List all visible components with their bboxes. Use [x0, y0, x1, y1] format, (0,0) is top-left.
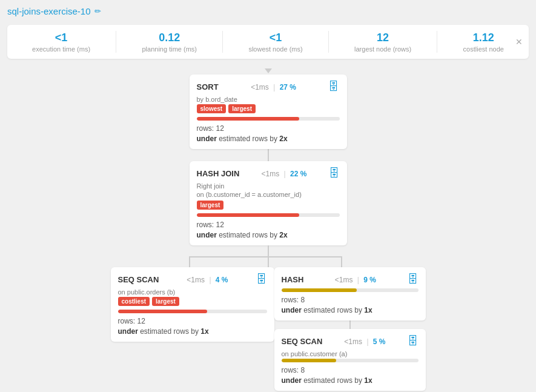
seq-scan2-separator: | — [366, 337, 368, 346]
hash-join-progress-container — [197, 213, 340, 217]
hash-title: HASH — [282, 275, 304, 284]
hash-node-container: HASH <1ms | 9 % 🗄 rows: 8 — [274, 267, 426, 321]
seq-scan-subtitle: on public.orders (b) — [118, 288, 267, 296]
stat-divider-4 — [437, 31, 437, 53]
seq-scan-under: under estimated rows by 1x — [118, 327, 267, 336]
seq-scan-estimated-text: estimated rows by — [140, 327, 199, 336]
seq-scan-timing: <1ms | 4 % — [187, 276, 228, 284]
stat-slowest-node: <1 slowest node (ms) — [248, 32, 302, 53]
hash-timing-value: <1ms — [335, 276, 353, 284]
largest-node-value: 12 — [354, 32, 411, 44]
planning-time-label: planning time (ms) — [142, 45, 196, 53]
hash-join-timing-value: <1ms — [261, 170, 279, 178]
execution-time-label: execution time (ms) — [32, 45, 90, 53]
stat-divider-2 — [222, 31, 223, 53]
sort-badge-slowest: slowest — [197, 104, 227, 113]
sort-to-hashjoin-connector — [268, 149, 269, 161]
sort-timing-value: <1ms — [251, 83, 269, 91]
hash-join-container: HASH JOIN <1ms | 22 % 🗄 Right join on (b… — [190, 161, 347, 245]
hash-join-timing: <1ms | 22 % — [261, 170, 306, 178]
costliest-node-label: costliest node — [463, 45, 504, 53]
page-container: sql-joins-exercise-10 ✏ <1 execution tim… — [0, 0, 536, 392]
hash-join-subtitle2: on (b.customer_id = a.customer_id) — [197, 191, 340, 198]
slowest-node-label: slowest node (ms) — [248, 45, 302, 53]
stat-costliest-node: 1.12 costliest node — [463, 32, 504, 53]
hash-join-badges: largest — [197, 201, 340, 210]
hash-join-under-bold: under — [197, 231, 217, 239]
sort-under-bold: under — [197, 135, 217, 143]
hash-join-pct: 22 % — [290, 170, 306, 178]
seq-scan2-multiplier: 1x — [364, 376, 372, 385]
h-line — [189, 256, 343, 257]
hash-join-rows: rows: 12 — [197, 221, 340, 229]
seq-scan2-container: SEQ SCAN <1ms | 5 % 🗄 on public.customer… — [274, 329, 426, 391]
sort-node[interactable]: SORT <1ms | 27 % 🗄 by b.ord_date slowest… — [190, 75, 347, 149]
page-header: sql-joins-exercise-10 ✏ — [7, 6, 529, 16]
seq-scan-under-bold: under — [118, 327, 138, 336]
seq-scan-badge-largest: largest — [152, 297, 179, 306]
stat-execution-time: <1 execution time (ms) — [32, 32, 90, 53]
sort-progress-container — [197, 117, 340, 121]
sort-estimated-text: estimated rows by — [219, 135, 277, 143]
hash-join-estimated-text: estimated rows by — [219, 231, 277, 239]
seq-scan-container: SEQ SCAN <1ms | 4 % 🗄 on public.orders (… — [111, 267, 274, 342]
sort-subtitle: by b.ord_date — [197, 96, 340, 103]
planning-time-value: 0.12 — [142, 32, 196, 44]
hash-join-under: under estimated rows by 2x — [197, 231, 340, 239]
sort-separator: | — [273, 83, 275, 91]
seq-scan2-timing-value: <1ms — [344, 337, 362, 346]
sort-progress-fill — [197, 117, 300, 121]
seq-scan2-node[interactable]: SEQ SCAN <1ms | 5 % 🗄 on public.customer… — [274, 329, 426, 391]
hash-multiplier: 1x — [364, 306, 372, 314]
seq-scan2-estimated-text: estimated rows by — [303, 376, 362, 385]
seq-scan2-progress-container — [282, 359, 419, 362]
sort-under: under estimated rows by 2x — [197, 135, 340, 143]
close-button[interactable]: ✕ — [515, 37, 523, 47]
execution-time-value: <1 — [32, 32, 90, 44]
seq-scan2-header: SEQ SCAN <1ms | 5 % 🗄 — [282, 335, 419, 348]
seq-scan-timing-value: <1ms — [187, 276, 205, 284]
sort-rows: rows: 12 — [197, 124, 340, 133]
query-plan-tree: SORT <1ms | 27 % 🗄 by b.ord_date slowest… — [7, 75, 529, 391]
seq-scan2-under: under estimated rows by 1x — [282, 376, 419, 385]
hash-to-seqscan2-connector — [349, 321, 351, 329]
sort-pct: 27 % — [280, 83, 296, 91]
hash-pct: 9 % — [363, 276, 376, 284]
sort-node-title: SORT — [197, 82, 219, 91]
seq-scan-rows: rows: 12 — [118, 317, 267, 325]
edit-icon[interactable]: ✏ — [94, 7, 101, 16]
seq-scan-node[interactable]: SEQ SCAN <1ms | 4 % 🗄 on public.orders (… — [111, 267, 274, 342]
hash-join-node[interactable]: HASH JOIN <1ms | 22 % 🗄 Right join on (b… — [190, 161, 347, 245]
seq-scan2-subtitle: on public.customer (a) — [282, 350, 419, 357]
hash-header: HASH <1ms | 9 % 🗄 — [282, 273, 419, 286]
sort-badges: slowest largest — [197, 104, 340, 113]
left-stub — [189, 256, 190, 267]
sort-db-icon: 🗄 — [328, 81, 339, 93]
sort-node-timing: <1ms | 27 % — [251, 83, 296, 91]
hash-node[interactable]: HASH <1ms | 9 % 🗄 rows: 8 — [274, 267, 426, 321]
hash-progress-fill — [282, 288, 357, 292]
sort-node-container: SORT <1ms | 27 % 🗄 by b.ord_date slowest… — [190, 75, 347, 149]
page-title: sql-joins-exercise-10 — [7, 6, 91, 16]
hash-join-badge-largest: largest — [197, 201, 224, 210]
hash-under-bold: under — [282, 306, 302, 314]
hash-timing: <1ms | 9 % — [335, 276, 376, 284]
seq-scan-badges: costliest largest — [118, 297, 267, 306]
seq-scan2-timing: <1ms | 5 % — [344, 337, 385, 346]
seq-scan2-rows: rows: 8 — [282, 366, 419, 374]
hash-separator: | — [357, 276, 359, 284]
header-pointer — [265, 68, 272, 73]
seq-scan2-title: SEQ SCAN — [282, 337, 323, 346]
stats-bar: <1 execution time (ms) 0.12 planning tim… — [7, 25, 529, 59]
hash-under: under estimated rows by 1x — [282, 306, 419, 314]
hash-join-multiplier: 2x — [279, 231, 287, 239]
sort-node-header: SORT <1ms | 27 % 🗄 — [197, 81, 340, 93]
hash-rows: rows: 8 — [282, 296, 419, 304]
seq-scan-separator: | — [209, 276, 211, 284]
hash-progress-container — [282, 288, 419, 292]
hash-db-icon: 🗄 — [408, 273, 419, 286]
hash-join-subtitle: Right join — [197, 182, 340, 190]
hash-join-header: HASH JOIN <1ms | 22 % 🗄 — [197, 167, 340, 180]
sort-badge-largest: largest — [228, 104, 256, 113]
costliest-node-value: 1.12 — [463, 32, 504, 44]
